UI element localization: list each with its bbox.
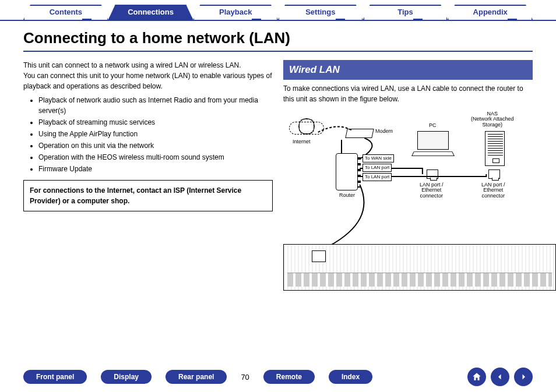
laptop-icon <box>413 131 453 159</box>
note-box: For connections to the Internet, contact… <box>23 180 273 211</box>
tab-tips[interactable]: Tips <box>363 5 448 20</box>
list-item: Operation with the HEOS wireless multi-r… <box>38 152 273 163</box>
bottom-nav: Front panel Display Rear panel 70 Remote… <box>0 368 556 386</box>
unit-ethernet-port-icon <box>312 250 326 262</box>
list-item: Playback of network audio such as Intern… <box>38 95 273 116</box>
label-modem: Modem <box>375 129 393 135</box>
intro-text-2: You can connect this unit to your home n… <box>23 70 273 91</box>
tab-label: Appendix <box>473 8 508 16</box>
tab-connections[interactable]: Connections <box>108 5 193 20</box>
tab-label: Contents <box>50 8 82 16</box>
nas-icon <box>485 131 505 166</box>
tab-label: Tips <box>397 8 413 16</box>
list-item: Playback of streaming music services <box>38 117 273 128</box>
label-eth-pc: LAN port / Ethernet connector <box>420 182 444 200</box>
ethernet-port-icon <box>488 169 500 179</box>
list-item: Firmware Update <box>38 164 273 174</box>
tab-playback[interactable]: Playback <box>193 5 278 20</box>
home-icon <box>471 372 482 382</box>
label-router: Router <box>339 193 355 199</box>
tab-settings[interactable]: Settings <box>278 5 363 20</box>
globe-icon <box>298 118 315 135</box>
tab-appendix[interactable]: Appendix <box>448 5 533 20</box>
page-title: Connecting to a home network (LAN) <box>23 29 533 52</box>
content-columns: This unit can connect to a network using… <box>0 54 556 291</box>
rear-panel-illustration <box>283 244 556 291</box>
nav-front-panel[interactable]: Front panel <box>23 370 87 384</box>
arrow-right-icon <box>518 372 529 382</box>
section-intro: To make connections via wired LAN, use a… <box>283 83 533 104</box>
nav-icons <box>467 368 533 386</box>
ethernet-port-icon <box>427 169 438 179</box>
page-number: 70 <box>241 373 249 382</box>
label-to-lan-2: To LAN port <box>363 173 392 181</box>
tab-label: Playback <box>219 8 252 16</box>
lan-diagram: Internet Modem Router To WAN side To LAN… <box>283 104 533 291</box>
tab-label: Connections <box>128 8 174 16</box>
label-eth-nas: LAN port / Ethernet connector <box>481 182 505 200</box>
label-internet: Internet <box>293 139 311 145</box>
intro-text-1: This unit can connect to a network using… <box>23 60 273 70</box>
next-page-button[interactable] <box>514 368 533 386</box>
nav-rear-panel[interactable]: Rear panel <box>166 370 227 384</box>
tab-label: Settings <box>305 8 335 16</box>
router-icon <box>336 153 358 190</box>
modem-icon <box>345 129 374 138</box>
left-column: This unit can connect to a network using… <box>23 60 273 291</box>
right-column: Wired LAN To make connections via wired … <box>283 60 533 291</box>
nav-display[interactable]: Display <box>101 370 152 384</box>
list-item: Using the Apple AirPlay function <box>38 129 273 139</box>
label-nas: NAS (Network Attached Storage) <box>471 111 514 129</box>
label-to-wan: To WAN side <box>363 154 394 163</box>
prev-page-button[interactable] <box>491 368 509 386</box>
label-pc: PC <box>429 123 437 129</box>
nav-remote[interactable]: Remote <box>263 370 315 384</box>
tab-contents[interactable]: Contents <box>23 5 108 20</box>
list-item: Operation on this unit via the network <box>38 140 273 151</box>
arrow-left-icon <box>495 372 505 382</box>
nav-index[interactable]: Index <box>329 370 372 384</box>
section-heading: Wired LAN <box>283 60 533 80</box>
label-to-lan-1: To LAN port <box>363 164 392 172</box>
feature-list: Playback of network audio such as Intern… <box>38 95 273 174</box>
top-tab-bar: Contents Connections Playback Settings T… <box>0 0 556 21</box>
home-button[interactable] <box>467 368 486 386</box>
